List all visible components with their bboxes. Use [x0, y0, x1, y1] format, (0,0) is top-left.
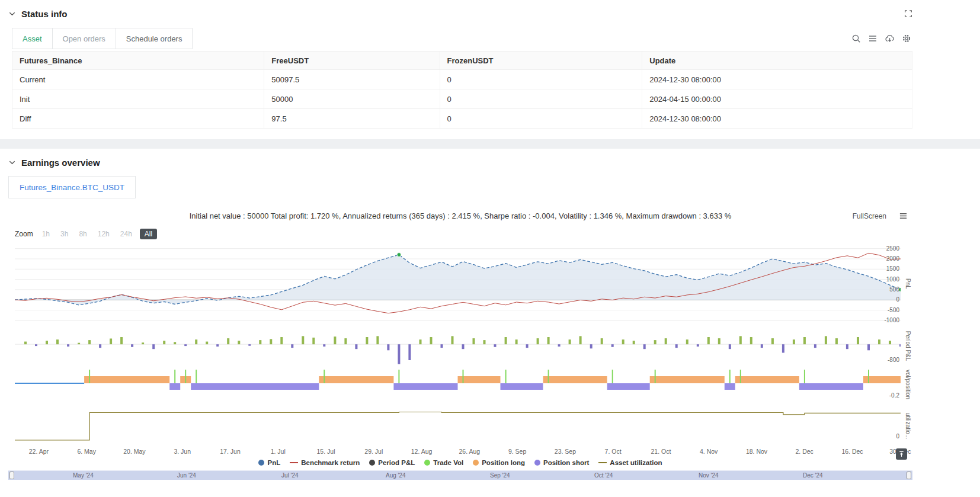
table-row-current: Current50097.502024-12-30 08:00:00 [12, 70, 912, 89]
legend-item-pnl[interactable]: PnL [258, 459, 280, 466]
status-tab-schedule-orders[interactable]: Schedule orders [116, 28, 193, 49]
table-cell: 97.5 [264, 109, 440, 129]
table-row-init: Init5000002024-04-15 00:00:00 [12, 89, 912, 109]
legend-item-trade-vol[interactable]: Trade Vol [424, 459, 463, 466]
tab-futures-binance-btc-usdt[interactable]: Futures_Binance.BTC_USDT [8, 176, 136, 198]
table-cell: 2024-12-30 08:00:00 [642, 109, 912, 129]
table-cell: Init [12, 89, 264, 109]
pnl-panel[interactable]: PnL 25002000150010005000-500-1000 [15, 243, 901, 323]
zoom-button-12h[interactable]: 12h [95, 229, 113, 239]
period-pnl-axis-title: Period P&L [905, 331, 911, 361]
zoom-button-24h[interactable]: 24h [117, 229, 135, 239]
status-tab-asset[interactable]: Asset [12, 28, 53, 49]
x-axis-tick-label: 2. Dec [796, 448, 814, 455]
earnings-chart: PnL 25002000150010005000-500-1000 Period… [15, 243, 901, 457]
column-header-freeusdt: FreeUSDT [264, 52, 440, 70]
zoom-button-all[interactable]: All [140, 229, 157, 239]
y-axis-tick: 500 [889, 287, 899, 293]
legend-item-asset-utilization[interactable]: Asset utilization [598, 459, 662, 466]
list-icon[interactable] [868, 34, 877, 43]
period-pnl-panel[interactable]: Period P&L -800 [15, 326, 901, 365]
cloud-download-icon[interactable] [885, 34, 895, 43]
x-axis-tick-label: 18. Nov [746, 448, 767, 455]
utilization-axis-title: utilizatio... [905, 412, 911, 438]
table-cell[interactable]: Current [12, 70, 264, 89]
table-cell: 2024-04-15 00:00:00 [642, 89, 912, 109]
zoom-controls: Zoom 1h3h8h12h24hAll [15, 228, 912, 240]
navigator-month-label: Dec '24 [803, 472, 823, 479]
zoom-button-8h[interactable]: 8h [76, 229, 89, 239]
x-axis-tick-label: 20. May [123, 448, 145, 455]
legend-item-benchmark-return[interactable]: Benchmark return [290, 459, 360, 466]
legend-marker-icon [473, 460, 479, 466]
chart-navigator[interactable]: May '24Jun '24Jul '24Aug '24Sep '24Oct '… [8, 470, 912, 480]
table-cell: 50097.5 [264, 70, 440, 89]
x-axis-tick-label: 21. Oct [651, 448, 671, 455]
navigator-right-handle[interactable] [907, 472, 911, 479]
legend-label: Position short [543, 459, 589, 466]
scroll-top-button[interactable] [896, 448, 907, 460]
y-axis-tick: 2000 [886, 256, 899, 262]
x-axis-tick-label: 1. Jul [271, 448, 286, 455]
x-axis-labels: 22. Apr6. May20. May3. Jun17. Jun1. Jul1… [15, 446, 901, 457]
y-axis-tick: 0 [896, 297, 899, 303]
y-axis-tick: 1000 [886, 277, 899, 283]
navigator-month-label: May '24 [73, 472, 94, 479]
table-cell: 0 [440, 109, 642, 129]
x-axis-tick-label: 9. Sep [508, 448, 526, 455]
x-axis-tick-label: 17. Jun [220, 448, 240, 455]
navigator-month-label: Aug '24 [386, 472, 406, 479]
legend-marker-icon [424, 460, 430, 466]
y-axis-tick: -800 [888, 357, 899, 363]
navigator-left-handle[interactable] [9, 472, 14, 479]
y-axis-tick: -0.2 [889, 393, 899, 399]
chart-legend: PnLBenchmark returnPeriod P&LTrade VolPo… [8, 458, 912, 467]
x-axis-tick-label: 15. Jul [317, 448, 335, 455]
chart-menu-icon[interactable] [899, 211, 908, 223]
status-tabs: AssetOpen ordersSchedule orders [12, 28, 193, 49]
column-header-futures-binance: Futures_Binance [12, 52, 264, 70]
x-axis-tick-label: 12. Aug [411, 448, 433, 455]
search-icon[interactable] [851, 34, 861, 43]
asset-table-head: Futures_BinanceFreeUSDTFrozenUSDTUpdate [12, 52, 912, 70]
x-axis-tick-label: 3. Jun [174, 448, 191, 455]
status-tab-open-orders[interactable]: Open orders [52, 28, 116, 49]
legend-marker-icon [258, 460, 264, 466]
zoom-label: Zoom [15, 230, 33, 238]
fullscreen-button[interactable]: FullScreen [853, 212, 886, 220]
status-collapse-chevron-icon[interactable] [8, 10, 16, 18]
navigator-month-label: Jul '24 [281, 472, 299, 479]
pnl-axis-title: PnL [905, 278, 911, 289]
column-header-frozenusdt: FrozenUSDT [440, 52, 642, 70]
legend-item-position-short[interactable]: Position short [534, 459, 589, 466]
asset-table-body: Current50097.502024-12-30 08:00:00Init50… [12, 70, 912, 129]
status-info-section: Status info AssetOpen ordersSchedule ord… [8, 0, 912, 129]
legend-item-position-long[interactable]: Position long [473, 459, 525, 466]
table-row-diff: Diff97.502024-12-30 08:00:00 [12, 109, 912, 129]
y-axis-tick: 2500 [886, 246, 899, 252]
navigator-month-label: Oct '24 [594, 472, 613, 479]
earnings-title: Earnings overview [21, 158, 100, 168]
column-header-update: Update [642, 52, 912, 70]
asset-table: Futures_BinanceFreeUSDTFrozenUSDTUpdate … [12, 51, 912, 129]
gear-icon[interactable] [902, 34, 911, 43]
legend-label: Position long [482, 459, 525, 466]
expand-icon[interactable] [904, 9, 912, 18]
navigator-month-label: Jun '24 [177, 472, 196, 479]
legend-label: Trade Vol [433, 459, 463, 466]
legend-marker-icon [290, 462, 298, 463]
vol-position-panel[interactable]: vol/position -0.2 [15, 368, 901, 400]
earnings-collapse-chevron-icon[interactable] [8, 159, 16, 166]
x-axis-tick-label: 22. Apr [29, 448, 49, 455]
navigator-month-label: Sep '24 [490, 472, 510, 479]
legend-item-period-p-l[interactable]: Period P&L [369, 459, 415, 466]
legend-label: PnL [267, 459, 280, 466]
x-axis-tick-label: 16. Dec [841, 448, 863, 455]
y-axis-tick: 0 [896, 434, 899, 440]
table-cell: 0 [440, 89, 642, 109]
zoom-button-1h[interactable]: 1h [39, 229, 53, 239]
x-axis-tick-label: 23. Sep [555, 448, 576, 455]
utilization-panel[interactable]: utilizatio... 0 [15, 406, 901, 445]
zoom-button-3h[interactable]: 3h [57, 229, 71, 239]
earnings-section: Earnings overview Futures_Binance.BTC_US… [8, 149, 912, 480]
